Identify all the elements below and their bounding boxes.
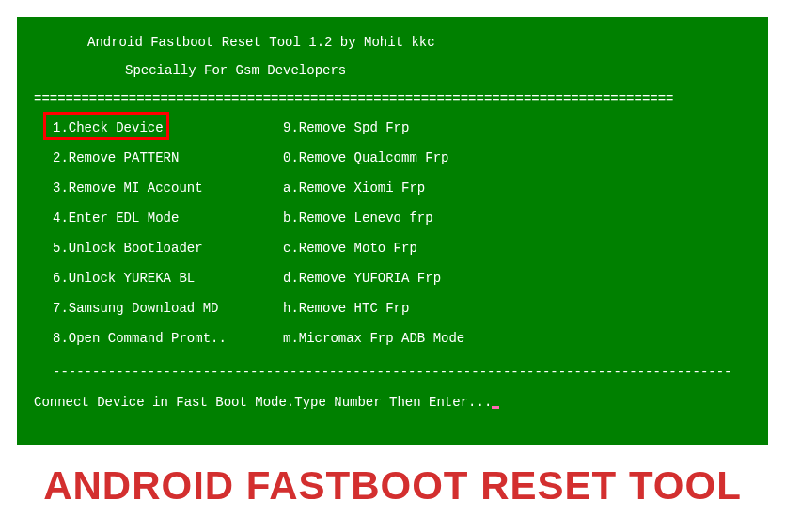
menu-item-label: d.Remove YUFORIA Frp bbox=[283, 271, 441, 286]
menu-item-label: 9.Remove Spd Frp bbox=[283, 120, 409, 135]
menu-item-label: a.Remove Xiomi Frp bbox=[283, 180, 425, 196]
menu-item-remove-lenevo-frp[interactable]: b.Remove Lenevo frp bbox=[283, 210, 768, 227]
menu-item-remove-pattern[interactable]: 2.Remove PATTERN bbox=[53, 149, 283, 166]
divider-top: ========================================… bbox=[17, 90, 768, 107]
terminal-content: Android Fastboot Reset Tool 1.2 by Mohit… bbox=[17, 17, 768, 411]
menu-row: 1.Check Device 9.Remove Spd Frp bbox=[53, 119, 768, 149]
menu-item-enter-edl-mode[interactable]: 4.Enter EDL Mode bbox=[53, 210, 283, 227]
menu-item-remove-mi-account[interactable]: 3.Remove MI Account bbox=[53, 180, 283, 196]
menu-item-label: 3.Remove MI Account bbox=[53, 180, 203, 196]
image-caption: ANDROID FASTBOOT RESET TOOL bbox=[0, 463, 785, 509]
prompt-line[interactable]: Connect Device in Fast Boot Mode.Type Nu… bbox=[17, 394, 768, 411]
menu-item-remove-htc-frp[interactable]: h.Remove HTC Frp bbox=[283, 300, 768, 317]
divider-bottom: ----------------------------------------… bbox=[17, 364, 768, 381]
menu-item-unlock-bootloader[interactable]: 5.Unlock Bootloader bbox=[53, 240, 283, 257]
menu-item-label: 4.Enter EDL Mode bbox=[53, 211, 179, 226]
app-title: Android Fastboot Reset Tool 1.2 by Mohit… bbox=[17, 34, 768, 51]
menu-item-label: 6.Unlock YUREKA BL bbox=[53, 271, 195, 286]
menu-item-remove-xiomi-frp[interactable]: a.Remove Xiomi Frp bbox=[283, 180, 768, 196]
menu-item-samsung-download-md[interactable]: 7.Samsung Download MD bbox=[53, 300, 283, 317]
menu-row: 3.Remove MI Account a.Remove Xiomi Frp bbox=[53, 180, 768, 210]
menu-item-remove-spd-frp[interactable]: 9.Remove Spd Frp bbox=[283, 119, 768, 136]
terminal-window: Android Fastboot Reset Tool 1.2 by Mohit… bbox=[17, 17, 768, 445]
menu-item-micromax-frp-adb[interactable]: m.Micromax Frp ADB Mode bbox=[283, 330, 768, 347]
menu-row: 7.Samsung Download MD h.Remove HTC Frp bbox=[53, 300, 768, 330]
highlight-box bbox=[43, 112, 169, 140]
menu-item-remove-qualcomm-frp[interactable]: 0.Remove Qualcomm Frp bbox=[283, 149, 768, 166]
app-subtitle: Specially For Gsm Developers bbox=[17, 62, 768, 79]
menu-container: 1.Check Device 9.Remove Spd Frp 2.Remove… bbox=[17, 108, 768, 360]
menu-item-label: 2.Remove PATTERN bbox=[53, 150, 179, 165]
menu-item-remove-moto-frp[interactable]: c.Remove Moto Frp bbox=[283, 240, 768, 257]
menu-item-open-command-prompt[interactable]: 8.Open Command Promt.. bbox=[53, 330, 283, 347]
menu-item-label: c.Remove Moto Frp bbox=[283, 241, 417, 256]
menu-item-label: 8.Open Command Promt.. bbox=[53, 331, 227, 346]
prompt-text: Connect Device in Fast Boot Mode.Type Nu… bbox=[34, 395, 492, 410]
menu-item-label: 5.Unlock Bootloader bbox=[53, 241, 203, 256]
menu-row: 6.Unlock YUREKA BL d.Remove YUFORIA Frp bbox=[53, 270, 768, 300]
menu-row: 2.Remove PATTERN 0.Remove Qualcomm Frp bbox=[53, 149, 768, 180]
cursor-icon bbox=[492, 406, 499, 409]
menu-item-label: h.Remove HTC Frp bbox=[283, 301, 409, 316]
menu-item-remove-yuforia-frp[interactable]: d.Remove YUFORIA Frp bbox=[283, 270, 768, 287]
menu-row: 8.Open Command Promt.. m.Micromax Frp AD… bbox=[53, 330, 768, 360]
menu-row: 5.Unlock Bootloader c.Remove Moto Frp bbox=[53, 240, 768, 270]
menu-item-label: 0.Remove Qualcomm Frp bbox=[283, 150, 448, 165]
menu-item-label: b.Remove Lenevo frp bbox=[283, 211, 433, 226]
menu-item-unlock-yureka-bl[interactable]: 6.Unlock YUREKA BL bbox=[53, 270, 283, 287]
menu-row: 4.Enter EDL Mode b.Remove Lenevo frp bbox=[53, 210, 768, 240]
menu-item-label: m.Micromax Frp ADB Mode bbox=[283, 331, 464, 346]
menu-item-check-device[interactable]: 1.Check Device bbox=[53, 119, 283, 136]
menu-item-label: 7.Samsung Download MD bbox=[53, 301, 218, 316]
